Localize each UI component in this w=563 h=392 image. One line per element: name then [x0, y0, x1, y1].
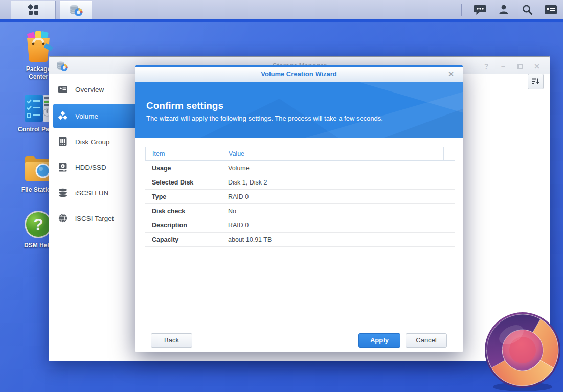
main-menu-button[interactable]: [11, 1, 56, 19]
taskbar-storage-manager-button[interactable]: [60, 1, 92, 19]
close-button[interactable]: ✕: [533, 62, 541, 71]
tray-separator: [461, 4, 462, 16]
hdd-icon: [58, 162, 68, 172]
disk-group-icon: [58, 136, 68, 147]
kitguru-logo: [482, 311, 563, 392]
step-heading: Confirm settings: [146, 100, 223, 111]
search-icon[interactable]: [520, 3, 534, 17]
row-value: RAID 0: [222, 222, 455, 229]
table-row: Type RAID 0: [145, 190, 455, 204]
row-value: Volume: [222, 165, 455, 172]
row-item: Disk check: [145, 207, 222, 215]
sort-list-icon: [531, 77, 540, 86]
table-row: Disk check No: [145, 204, 455, 218]
column-spacer: [443, 147, 455, 160]
table-row: Description RAID 0: [145, 218, 455, 233]
dialog-close-icon[interactable]: ✕: [446, 70, 456, 79]
back-button[interactable]: Back: [151, 333, 192, 348]
sidebar-item-label: Volume: [75, 112, 98, 120]
table-row: Capacity about 10.91 TB: [145, 233, 455, 247]
dialog-titlebar[interactable]: Volume Creation Wizard ✕: [135, 67, 463, 82]
volume-creation-wizard-dialog: Volume Creation Wizard ✕ Confirm setting…: [135, 65, 463, 352]
row-item: Capacity: [145, 236, 222, 243]
user-icon[interactable]: [497, 3, 511, 17]
row-value: No: [222, 207, 455, 215]
row-value: about 10.91 TB: [222, 236, 455, 243]
sidebar-item-label: HDD/SSD: [75, 164, 106, 171]
cancel-button[interactable]: Cancel: [406, 333, 447, 348]
dialog-footer: Back Apply Cancel: [135, 333, 463, 349]
main-menu-icon: [28, 4, 39, 16]
column-header-item: Item: [146, 150, 222, 157]
file-station-icon: [24, 153, 52, 183]
row-item: Selected Disk: [145, 179, 222, 186]
control-panel-icon: [24, 94, 52, 123]
row-value: Disk 1, Disk 2: [222, 179, 455, 186]
dialog-header: Confirm settings The wizard will apply t…: [135, 82, 463, 138]
cubes-icon: [58, 111, 68, 121]
minimize-button[interactable]: –: [499, 62, 507, 71]
sidebar-item-label: Overview: [75, 86, 104, 94]
storage-manager-icon: [69, 4, 83, 17]
help-button[interactable]: ?: [482, 62, 490, 71]
table-header-row: Item Value: [145, 147, 455, 161]
pilot-view-icon[interactable]: [544, 3, 558, 17]
settings-table: Item Value Usage Volume Selected Disk Di…: [145, 147, 455, 247]
globe-icon: [58, 213, 68, 223]
sidebar-item-label: iSCSI Target: [75, 215, 114, 222]
apply-button[interactable]: Apply: [358, 333, 400, 348]
sort-list-button[interactable]: [528, 74, 544, 89]
row-item: Description: [145, 222, 222, 229]
svg-text:?: ?: [33, 215, 43, 234]
dialog-title: Volume Creation Wizard: [135, 67, 463, 82]
disk-stack-icon: [58, 188, 68, 198]
table-row: Usage Volume: [145, 161, 455, 175]
sidebar-item-label: Disk Group: [75, 138, 110, 146]
row-item: Usage: [145, 165, 222, 172]
overview-card-icon: [58, 84, 68, 95]
column-header-value: Value: [222, 150, 443, 157]
sidebar-item-label: iSCSI LUN: [75, 189, 108, 197]
step-subtitle: The wizard will apply the following sett…: [146, 114, 383, 122]
row-item: Type: [145, 193, 222, 200]
maximize-button[interactable]: [516, 62, 524, 71]
footer-separator: [142, 331, 456, 331]
row-value: RAID 0: [222, 193, 455, 200]
taskbar-accent-line: [0, 19, 563, 22]
table-row: Selected Disk Disk 1, Disk 2: [145, 175, 455, 190]
notifications-icon[interactable]: [473, 3, 487, 17]
